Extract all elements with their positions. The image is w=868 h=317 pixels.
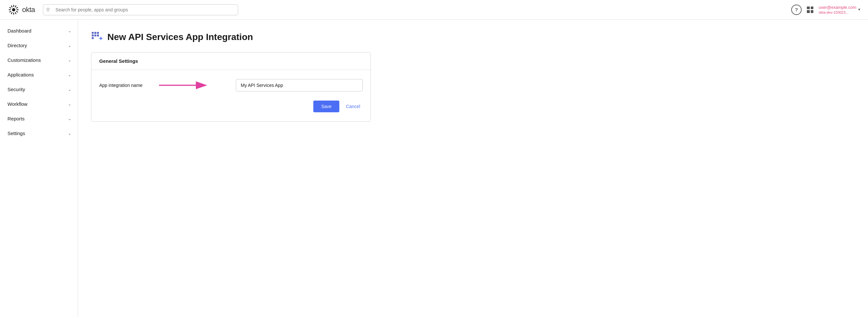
- user-menu[interactable]: user@example.com okta-dev-103023... ▾: [818, 5, 860, 14]
- chevron-down-icon: ⌄: [68, 87, 71, 92]
- sidebar-item-label: Reports: [7, 116, 25, 121]
- sidebar-item-label: Applications: [7, 72, 34, 78]
- sidebar-item-label: Security: [7, 87, 25, 92]
- logo-text: okta: [22, 5, 35, 14]
- save-button[interactable]: Save: [313, 100, 339, 112]
- svg-line-6: [15, 12, 16, 13]
- layout: Dashboard ⌄ Directory ⌄ Customizations ⌄…: [0, 20, 868, 317]
- chevron-down-icon: ⌄: [68, 117, 71, 121]
- search-bar: ⚲: [43, 4, 238, 15]
- form-label-app-name: App integration name: [99, 83, 164, 88]
- svg-point-13: [12, 8, 15, 11]
- sidebar: Dashboard ⌄ Directory ⌄ Customizations ⌄…: [0, 20, 78, 317]
- user-info: user@example.com okta-dev-103023...: [818, 5, 856, 14]
- okta-logo-icon: [8, 4, 20, 16]
- sidebar-item-reports[interactable]: Reports ⌄: [0, 111, 78, 126]
- sidebar-item-customizations[interactable]: Customizations ⌄: [0, 53, 78, 67]
- sidebar-item-settings[interactable]: Settings ⌄: [0, 126, 78, 141]
- svg-line-5: [17, 11, 18, 12]
- form-row-app-name: App integration name: [99, 79, 363, 91]
- chevron-down-icon: ⌄: [68, 43, 71, 48]
- chevron-down-icon: ⌄: [68, 131, 71, 136]
- apps-grid-button[interactable]: [807, 6, 813, 13]
- svg-rect-18: [94, 34, 96, 36]
- chevron-down-icon: ⌄: [68, 58, 71, 62]
- chevron-down-icon: ⌄: [68, 102, 71, 107]
- topnav-right: ? user@example.com okta-dev-103023... ▾: [791, 5, 860, 15]
- svg-line-12: [11, 5, 12, 6]
- sidebar-item-label: Customizations: [7, 57, 41, 63]
- sidebar-item-security[interactable]: Security ⌄: [0, 82, 78, 97]
- svg-rect-15: [94, 32, 96, 34]
- main-content: New API Services App Integration General…: [78, 20, 868, 317]
- svg-rect-19: [97, 34, 99, 36]
- topnav: okta ⚲ ? user@example.com okta-dev-10302…: [0, 0, 868, 20]
- svg-rect-20: [92, 37, 94, 39]
- svg-rect-14: [92, 32, 94, 34]
- sidebar-item-label: Settings: [7, 131, 25, 136]
- settings-card: General Settings App integration name: [91, 52, 371, 122]
- logo[interactable]: okta: [8, 4, 35, 16]
- app-integration-name-input[interactable]: [236, 79, 363, 91]
- search-input[interactable]: [43, 4, 238, 15]
- svg-line-2: [15, 5, 16, 6]
- sidebar-item-directory[interactable]: Directory ⌄: [0, 38, 78, 53]
- user-email: user@example.com: [818, 5, 856, 10]
- page-title: New API Services App Integration: [107, 32, 253, 42]
- search-icon: ⚲: [46, 7, 50, 13]
- sidebar-item-label: Workflow: [7, 101, 27, 107]
- form-actions: Save Cancel: [99, 100, 363, 112]
- card-section-title: General Settings: [91, 52, 371, 70]
- svg-rect-16: [97, 32, 99, 34]
- chevron-down-icon: ⌄: [68, 73, 71, 77]
- sidebar-item-label: Dashboard: [7, 28, 31, 33]
- card-body: App integration name: [91, 70, 371, 121]
- sidebar-item-applications[interactable]: Applications ⌄: [0, 67, 78, 82]
- chevron-down-icon: ⌄: [68, 29, 71, 33]
- page-header: New API Services App Integration: [91, 31, 855, 43]
- sidebar-item-label: Directory: [7, 42, 27, 48]
- sidebar-item-workflow[interactable]: Workflow ⌄: [0, 97, 78, 111]
- svg-line-11: [10, 7, 11, 8]
- api-integration-icon: [91, 31, 103, 43]
- user-menu-chevron-icon: ▾: [858, 7, 860, 12]
- arrow-annotation: [158, 79, 210, 91]
- svg-line-8: [11, 12, 12, 13]
- sidebar-item-dashboard[interactable]: Dashboard ⌄: [0, 23, 78, 38]
- svg-rect-17: [92, 34, 94, 36]
- help-button[interactable]: ?: [791, 5, 802, 15]
- svg-line-3: [17, 7, 18, 8]
- svg-line-9: [10, 11, 11, 12]
- cancel-button[interactable]: Cancel: [343, 100, 363, 112]
- user-org: okta-dev-103023...: [818, 10, 856, 14]
